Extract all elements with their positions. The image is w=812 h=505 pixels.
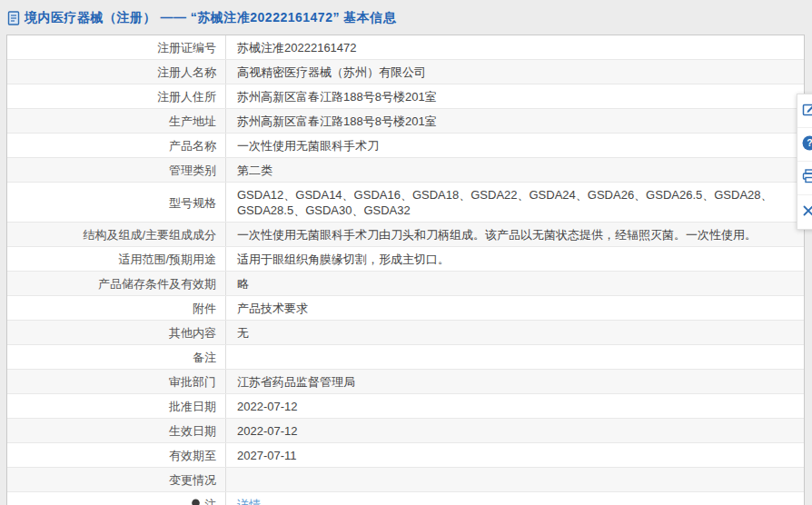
svg-text:?: ?: [807, 137, 812, 148]
row-label: 变更情况: [7, 468, 226, 491]
table-row: 产品储存条件及有效期 略: [7, 272, 804, 296]
table-row: 备注: [7, 345, 804, 370]
page-header: 境内医疗器械（注册） —— “苏械注准20222161472” 基本信息: [0, 0, 812, 33]
row-value: 江苏省药品监督管理局: [226, 370, 804, 393]
close-icon: [802, 204, 812, 221]
row-label: 管理类别: [7, 158, 226, 182]
edit-icon: [802, 102, 812, 120]
row-value: [226, 345, 804, 369]
row-value: GSDA12、GSDA14、GSDA16、GSDA18、GSDA22、GSDA2…: [226, 183, 804, 222]
row-label-text: 注册证编号: [157, 40, 216, 55]
row-value: 无: [226, 321, 804, 344]
row-label: 生产地址: [7, 109, 226, 133]
edit-button[interactable]: [797, 94, 812, 128]
row-label: 型号规格: [7, 183, 226, 222]
table-row: 批准日期 2022-07-12: [7, 394, 804, 419]
close-button[interactable]: [797, 195, 812, 229]
registration-info-table: 注册证编号 苏械注准20222161472 注册人名称 高视精密医疗器械（苏州）…: [6, 35, 805, 505]
row-value: 第二类: [226, 158, 804, 182]
table-row: 注册人名称 高视精密医疗器械（苏州）有限公司: [7, 60, 804, 84]
table-row: 型号规格 GSDA12、GSDA14、GSDA16、GSDA18、GSDA22、…: [7, 183, 804, 223]
row-label-text: 型号规格: [169, 195, 216, 211]
row-label: 产品名称: [7, 134, 226, 157]
row-label: 结构及组成/主要组成成分: [7, 223, 226, 246]
row-label: 注: [7, 492, 226, 505]
row-value: 略: [226, 272, 804, 295]
row-label-text: 产品储存条件及有效期: [98, 276, 216, 292]
row-label: 注册人住所: [7, 84, 226, 108]
row-label: 附件: [7, 296, 226, 320]
table-row: 有效期至 2027-07-11: [7, 443, 804, 468]
row-value: 高视精密医疗器械（苏州）有限公司: [226, 60, 804, 84]
row-value: 一次性使用无菌眼科手术刀由刀头和刀柄组成。该产品以无菌状态提供，经辐照灭菌。一次…: [226, 223, 804, 246]
table-row: 结构及组成/主要组成成分 一次性使用无菌眼科手术刀由刀头和刀柄组成。该产品以无菌…: [7, 223, 804, 247]
row-label-text: 生产地址: [169, 114, 216, 129]
print-button[interactable]: [797, 162, 812, 195]
row-label-text: 变更情况: [169, 472, 216, 488]
table-row: 变更情况: [7, 468, 804, 492]
row-label-text: 审批部门: [169, 374, 216, 390]
row-label-text: 适用范围/预期用途: [118, 252, 216, 267]
detail-link[interactable]: 详情: [237, 498, 261, 505]
row-value: 苏州高新区富春江路188号8号楼201室: [226, 109, 804, 133]
help-button[interactable]: ?: [797, 128, 812, 162]
row-label: 适用范围/预期用途: [7, 247, 226, 271]
print-icon: [802, 169, 812, 187]
row-label: 其他内容: [7, 321, 226, 344]
row-label-text: 附件: [193, 301, 216, 316]
row-label-text: 批准日期: [169, 399, 216, 414]
row-label-text: 注册人名称: [157, 64, 216, 80]
row-label-text: 有效期至: [169, 448, 216, 463]
row-label-text: 产品名称: [169, 138, 216, 153]
row-label: 批准日期: [7, 394, 226, 418]
table-row: 其他内容 无: [7, 321, 804, 345]
document-icon: [7, 11, 20, 25]
table-row: 审批部门 江苏省药品监督管理局: [7, 370, 804, 394]
row-label-text: 管理类别: [169, 163, 216, 178]
table-row: 生效日期 2022-07-12: [7, 419, 804, 443]
table-row: 注 详情: [7, 492, 804, 505]
row-label: 审批部门: [7, 370, 226, 393]
table-row: 产品名称 一次性使用无菌眼科手术刀: [7, 134, 804, 158]
row-value: 一次性使用无菌眼科手术刀: [226, 134, 804, 157]
row-label: 备注: [7, 345, 226, 369]
row-label-text: 注册人住所: [157, 89, 216, 104]
row-value: 苏州高新区富春江路188号8号楼201室: [226, 84, 804, 108]
row-value: 适用于眼组织角膜缘切割，形成主切口。: [226, 247, 804, 271]
row-value: 2027-07-11: [226, 443, 804, 467]
row-value: 产品技术要求: [226, 296, 804, 320]
row-label: 有效期至: [7, 443, 226, 467]
help-icon: ?: [802, 135, 812, 154]
row-value: 苏械注准20222161472: [226, 35, 804, 59]
table-row: 适用范围/预期用途 适用于眼组织角膜缘切割，形成主切口。: [7, 247, 804, 272]
row-label: 注册证编号: [7, 35, 226, 59]
table-row: 附件 产品技术要求: [7, 296, 804, 321]
row-value: [226, 468, 804, 491]
row-label: 注册人名称: [7, 60, 226, 84]
row-value: 2022-07-12: [226, 394, 804, 418]
note-balloon-icon: [191, 499, 201, 505]
row-label: 产品储存条件及有效期: [7, 272, 226, 295]
page-title: 境内医疗器械（注册） —— “苏械注准20222161472” 基本信息: [25, 10, 396, 26]
row-label-text: 其他内容: [169, 325, 216, 341]
table-row: 注册证编号 苏械注准20222161472: [7, 35, 804, 60]
table-row: 管理类别 第二类: [7, 158, 804, 183]
row-label-text: 注: [204, 497, 216, 505]
row-label-text: 结构及组成/主要组成成分: [83, 227, 216, 243]
table-row: 注册人住所 苏州高新区富春江路188号8号楼201室: [7, 84, 804, 109]
row-value: 详情: [226, 492, 804, 505]
row-value: 2022-07-12: [226, 419, 804, 442]
table-row: 生产地址 苏州高新区富春江路188号8号楼201室: [7, 109, 804, 134]
side-toolbar: ?: [797, 94, 812, 230]
row-label-text: 生效日期: [169, 423, 216, 439]
row-label-text: 备注: [193, 350, 216, 365]
row-label: 生效日期: [7, 419, 226, 442]
